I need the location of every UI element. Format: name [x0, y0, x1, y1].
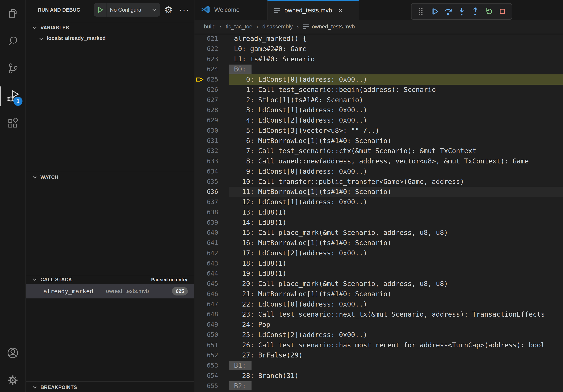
gutter[interactable]: 647 [194, 299, 229, 310]
watch-section-header[interactable]: WATCH [34, 174, 58, 180]
code-line-626[interactable]: 626 1: Call test_scenario::begin(address… [194, 85, 563, 95]
code-line-637[interactable]: 637 12: LdConst[1](address: 0x00..) [194, 197, 563, 207]
gutter[interactable]: 623 [194, 54, 229, 64]
step-into-button[interactable] [456, 6, 468, 17]
code-line-621[interactable]: 621already_marked() { [194, 34, 563, 44]
gutter[interactable]: 639 [194, 218, 229, 228]
code-line-633[interactable]: 633 8: Call owned::new(address, address,… [194, 156, 563, 166]
gutter[interactable]: 622 [194, 44, 229, 54]
breadcrumb-item[interactable]: disassembly [262, 24, 293, 30]
code-line-653[interactable]: 653B1: [194, 360, 563, 371]
start-debug-button[interactable] [94, 3, 107, 17]
breadcrumb-item[interactable]: build [204, 24, 216, 30]
gutter[interactable]: 628 [194, 105, 229, 115]
gutter[interactable]: 636 [194, 187, 229, 197]
activity-explorer[interactable] [0, 4, 26, 24]
code-line-629[interactable]: 629 4: LdConst[2](address: 0x00..) [194, 115, 563, 126]
gutter[interactable]: 629 [194, 115, 229, 126]
code-line-635[interactable]: 635 10: Call transfer::public_transfer<G… [194, 177, 563, 187]
code-line-639[interactable]: 639 14: LdU8(1) [194, 218, 563, 228]
gutter[interactable]: 648 [194, 309, 229, 320]
launch-config-control[interactable]: No Configura [94, 3, 160, 17]
code-line-654[interactable]: 654 28: Branch(31) [194, 371, 563, 381]
gutter[interactable]: 630 [194, 126, 229, 136]
gutter[interactable]: 635 [194, 177, 229, 187]
gutter[interactable]: 634 [194, 166, 229, 177]
gutter[interactable]: 627 [194, 95, 229, 105]
code-line-628[interactable]: 628 3: LdConst[1](address: 0x00..) [194, 105, 563, 115]
code-line-652[interactable]: 652 27: BrFalse(29) [194, 350, 563, 360]
code-line-645[interactable]: 645 20: Call place_mark(&mut Scenario, a… [194, 279, 563, 289]
configure-gear-button[interactable]: ⚙ [161, 3, 176, 17]
gutter[interactable]: 632 [194, 146, 229, 156]
code-line-630[interactable]: 630 5: LdConst[3](vector<u8>: "" /..) [194, 126, 563, 136]
code-line-636[interactable]: 636 11: MutBorrowLoc[1](ts#1#0: Scenario… [194, 187, 563, 197]
code-line-643[interactable]: 643 18: LdU8(1) [194, 258, 563, 269]
code-line-634[interactable]: 634 9: LdConst[0](address: 0x00..) [194, 166, 563, 177]
gutter[interactable]: 651 [194, 340, 229, 350]
code-line-623[interactable]: 623L1: ts#1#0: Scenario [194, 54, 563, 64]
toolbar-drag-handle[interactable] [415, 6, 427, 17]
code-line-638[interactable]: 638 13: LdU8(1) [194, 207, 563, 218]
tab-welcome[interactable]: Welcome [194, 0, 268, 20]
gutter[interactable]: 624 [194, 64, 229, 74]
gutter[interactable]: 642 [194, 248, 229, 258]
locals-tree-item[interactable]: locals: already_marked [40, 35, 106, 41]
gutter[interactable]: 638 [194, 207, 229, 218]
gutter[interactable]: 637 [194, 197, 229, 207]
code-line-631[interactable]: 631 6: MutBorrowLoc[1](ts#1#0: Scenario) [194, 136, 563, 146]
gutter[interactable]: 621 [194, 34, 229, 44]
config-dropdown-label[interactable]: No Configura [107, 7, 141, 13]
gutter[interactable]: 649 [194, 320, 229, 330]
gutter[interactable]: 644 [194, 268, 229, 279]
gutter[interactable]: 633 [194, 156, 229, 166]
code-line-646[interactable]: 646 21: MutBorrowLoc[1](ts#1#0: Scenario… [194, 289, 563, 299]
code-line-648[interactable]: 648 23: Call test_scenario::next_tx(&mut… [194, 309, 563, 320]
code-line-632[interactable]: 632 7: Call test_scenario::ctx(&mut Scen… [194, 146, 563, 156]
step-over-button[interactable] [442, 6, 454, 17]
gutter[interactable]: 653 [194, 360, 229, 371]
gutter[interactable]: 655 [194, 381, 229, 391]
code-line-622[interactable]: 622L0: game#2#0: Game [194, 44, 563, 54]
breadcrumb-file[interactable]: owned_tests.mvb [312, 24, 355, 30]
code-line-641[interactable]: 641 16: MutBorrowLoc[1](ts#1#0: Scenario… [194, 238, 563, 248]
step-out-button[interactable] [469, 6, 481, 17]
code-line-625[interactable]: 625 0: LdConst[0](address: 0x00..) [194, 74, 563, 85]
code-line-647[interactable]: 647 22: LdConst[0](address: 0x00..) [194, 299, 563, 310]
gutter[interactable]: 631 [194, 136, 229, 146]
activity-settings[interactable] [0, 371, 26, 391]
activity-run-debug[interactable]: 1 [0, 86, 26, 106]
gutter[interactable]: 650 [194, 330, 229, 340]
code-line-642[interactable]: 642 17: LdConst[2](address: 0x00..) [194, 248, 563, 258]
call-stack-section-header[interactable]: CALL STACK Paused on entry [34, 277, 194, 282]
restart-button[interactable] [483, 6, 495, 17]
close-icon[interactable]: ✕ [337, 7, 343, 14]
breakpoints-section-header[interactable]: BREAKPOINTS [34, 384, 77, 390]
gutter[interactable]: 652 [194, 350, 229, 360]
code-line-640[interactable]: 640 15: Call place_mark(&mut Scenario, a… [194, 228, 563, 238]
code-line-627[interactable]: 627 2: StLoc[1](ts#1#0: Scenario) [194, 95, 563, 105]
stop-button[interactable] [497, 6, 508, 17]
code-line-651[interactable]: 651 26: Call test_scenario::has_most_rec… [194, 340, 563, 350]
code-line-649[interactable]: 649 24: Pop [194, 320, 563, 330]
more-actions-button[interactable]: ··· [177, 2, 192, 17]
gutter[interactable]: 640 [194, 228, 229, 238]
stack-frame-row[interactable]: already_marked owned_tests.mvb 625 [26, 284, 194, 299]
gutter[interactable]: 626 [194, 85, 229, 95]
gutter[interactable]: 643 [194, 258, 229, 269]
gutter[interactable]: 625 [194, 74, 229, 85]
activity-extensions[interactable] [0, 114, 26, 134]
gutter[interactable]: 654 [194, 371, 229, 381]
code-line-644[interactable]: 644 19: LdU8(1) [194, 268, 563, 279]
tab-owned-tests[interactable]: owned_tests.mvb ✕ [268, 0, 359, 20]
breadcrumb-item[interactable]: tic_tac_toe [226, 24, 252, 30]
code-line-650[interactable]: 650 25: LdConst[2](address: 0x00..) [194, 330, 563, 340]
activity-search[interactable] [0, 32, 26, 51]
gutter[interactable]: 641 [194, 238, 229, 248]
activity-source-control[interactable] [0, 59, 26, 78]
gutter[interactable]: 645 [194, 279, 229, 289]
code-editor[interactable]: 621already_marked() {622L0: game#2#0: Ga… [194, 34, 563, 392]
gutter[interactable]: 646 [194, 289, 229, 299]
variables-section-header[interactable]: VARIABLES [34, 25, 69, 31]
continue-button[interactable] [428, 6, 440, 17]
